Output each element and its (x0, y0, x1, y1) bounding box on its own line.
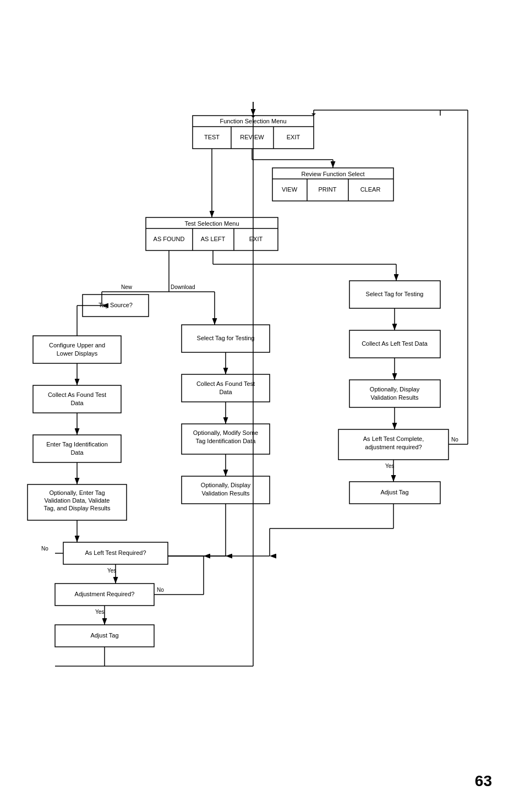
as-left-required-text: As Left Test Required? (85, 549, 146, 556)
as-left-complete-line1: As Left Test Complete, (363, 435, 424, 442)
adjust-tag-left-text: Adjust Tag (90, 632, 118, 639)
collect-asfound-new-line1: Collect As Found Test (48, 391, 106, 398)
adjustment-required-text: Adjustment Required? (75, 591, 135, 597)
label-yes-asleft: Yes (107, 568, 116, 574)
flowchart-diagram: Function Selection Menu TEST REVIEW EXIT… (0, 0, 525, 771)
enter-tag-id-line2: Data (70, 449, 84, 456)
collect-asleft-text: Collect As Left Test Data (362, 340, 428, 347)
function-menu-exit: EXIT (287, 134, 300, 140)
label-download: Download (171, 284, 195, 290)
test-menu-exit: EXIT (249, 236, 263, 242)
configure-displays-line1: Configure Upper and (49, 342, 105, 348)
function-menu-review: REVIEW (240, 134, 264, 140)
tag-source-text: Tag Source? (99, 302, 133, 308)
page: Function Selection Menu TEST REVIEW EXIT… (0, 0, 525, 812)
display-val-dl-line2: Validation Results (201, 490, 250, 497)
optional-tag-line2: Validation Data, Validate (45, 497, 110, 504)
review-print: PRINT (319, 186, 337, 193)
review-function-select-title: Review Function Select (302, 171, 365, 177)
test-selection-menu-title: Test Selection Menu (184, 220, 239, 227)
review-view: VIEW (282, 186, 298, 193)
collect-asfound-dl-line2: Data (219, 389, 232, 395)
label-no-adj: No (157, 587, 164, 593)
modify-tag-line1: Optionally, Modify Some (193, 429, 258, 436)
label-yes-complete: Yes (385, 463, 394, 469)
optional-tag-line3: Tag, and Display Results (43, 505, 111, 511)
test-menu-asleft: AS LEFT (201, 236, 226, 242)
as-left-complete-line2: adjustment required? (365, 444, 422, 450)
adjust-tag-right-text: Adjust Tag (380, 489, 408, 495)
select-tag-asleft-text: Select Tag for Testing (366, 291, 424, 297)
label-yes-adj: Yes (95, 609, 104, 615)
collect-asfound-new-line2: Data (70, 400, 84, 406)
display-val-asleft-line2: Validation Results (370, 394, 419, 401)
page-number: 63 (475, 772, 492, 790)
optional-tag-line1: Optionally, Enter Tag (49, 489, 105, 496)
modify-tag-line2: Tag Identification Data (196, 438, 256, 444)
select-tag-download-text: Select Tag for Testing (197, 335, 255, 341)
configure-displays-line2: Lower Displays (57, 350, 98, 357)
collect-asfound-dl-line1: Collect As Found Test (196, 380, 255, 387)
label-no-asleft: No (41, 546, 48, 552)
display-val-asleft-line1: Optionally, Display (370, 386, 420, 393)
function-menu-test: TEST (204, 134, 220, 140)
label-no-complete: No (451, 437, 458, 443)
enter-tag-id-line1: Enter Tag Identification (46, 441, 108, 448)
review-clear: CLEAR (360, 186, 381, 193)
label-new: New (121, 284, 133, 290)
display-val-dl-line1: Optionally, Display (201, 482, 251, 488)
test-menu-asfound: AS FOUND (154, 236, 185, 242)
